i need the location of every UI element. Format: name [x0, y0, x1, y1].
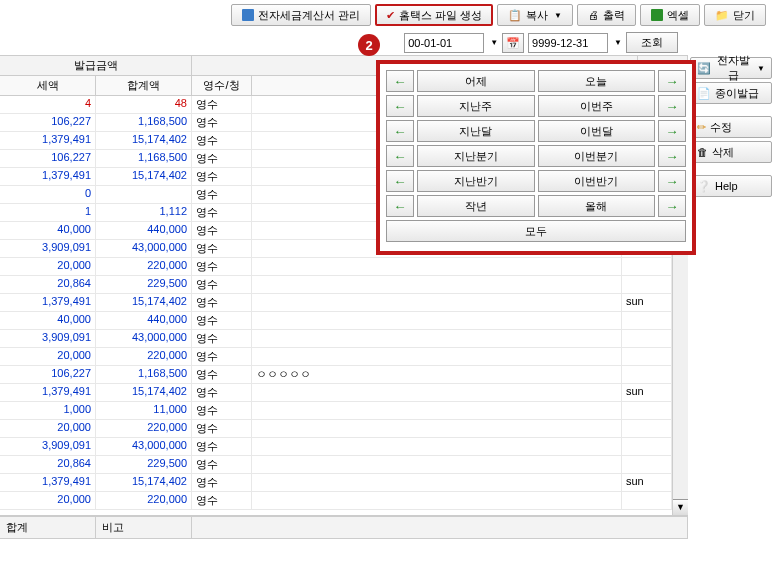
copy-icon: [508, 9, 522, 22]
cell-tax: 0: [0, 186, 96, 203]
thisquarter-button[interactable]: 이번분기: [538, 145, 656, 167]
scrollbar-down[interactable]: ▼: [673, 499, 688, 515]
paper-button[interactable]: 종이발급: [690, 82, 772, 104]
next-quarter-button[interactable]: [658, 145, 686, 167]
chevron-down-icon[interactable]: ▼: [490, 38, 498, 47]
cell-email: [622, 276, 672, 293]
cell-receipt: 영수: [192, 402, 252, 419]
table-row[interactable]: 20,000220,000영수: [0, 258, 688, 276]
prev-half-button[interactable]: [386, 170, 414, 192]
next-half-button[interactable]: [658, 170, 686, 192]
prev-week-button[interactable]: [386, 95, 414, 117]
cell-total: 48: [96, 96, 192, 113]
table-row[interactable]: 20,000220,000영수: [0, 348, 688, 366]
help-label: Help: [715, 180, 738, 192]
copy-button[interactable]: 복사▼: [497, 4, 573, 26]
yesterday-button[interactable]: 어제: [417, 70, 535, 92]
cell-email: sun: [622, 474, 672, 491]
cell-note: [252, 348, 622, 365]
thisyear-button[interactable]: 올해: [538, 195, 656, 217]
table-row[interactable]: 20,864229,500영수: [0, 276, 688, 294]
cell-note: [252, 384, 622, 401]
cell-tax: 20,864: [0, 276, 96, 293]
cell-receipt: 영수: [192, 384, 252, 401]
header-total: 합계액: [96, 76, 192, 95]
cell-note: [252, 492, 622, 509]
lasthalf-button[interactable]: 지난반기: [417, 170, 535, 192]
prev-year-button[interactable]: [386, 195, 414, 217]
thishalf-button[interactable]: 이번반기: [538, 170, 656, 192]
table-row[interactable]: 1,379,49115,174,402영수sun: [0, 474, 688, 492]
today-button[interactable]: 오늘: [538, 70, 656, 92]
date-range-popup: 어제 오늘 지난주 이번주 지난달 이번달 지난분기 이번분기 지난반기 이번반…: [376, 60, 696, 255]
cell-note: [252, 330, 622, 347]
cell-total: 220,000: [96, 492, 192, 509]
table-row[interactable]: 3,909,09143,000,000영수: [0, 438, 688, 456]
table-row[interactable]: 1,00011,000영수: [0, 402, 688, 420]
cell-receipt: 영수: [192, 420, 252, 437]
date-from-input[interactable]: [404, 33, 484, 53]
cell-total: 229,500: [96, 276, 192, 293]
table-row[interactable]: 3,909,09143,000,000영수: [0, 330, 688, 348]
einvoice-button[interactable]: 전자발급▼: [690, 57, 772, 79]
check-icon: [386, 9, 395, 22]
table-row[interactable]: 106,2271,168,500영수ㅇㅇㅇㅇㅇ: [0, 366, 688, 384]
hometax-button[interactable]: 홈택스 파일 생성: [375, 4, 493, 26]
cell-tax: 1,379,491: [0, 132, 96, 149]
cell-total: 1,168,500: [96, 150, 192, 167]
copy-label: 복사: [526, 8, 548, 23]
excel-button[interactable]: 엑셀: [640, 4, 700, 26]
next-year-button[interactable]: [658, 195, 686, 217]
print-button[interactable]: 출력: [577, 4, 636, 26]
delete-button[interactable]: 삭제: [690, 141, 772, 163]
cell-tax: 20,000: [0, 258, 96, 275]
prev-quarter-button[interactable]: [386, 145, 414, 167]
lastweek-button[interactable]: 지난주: [417, 95, 535, 117]
cell-note: [252, 402, 622, 419]
close-button[interactable]: 닫기: [704, 4, 766, 26]
cell-email: [622, 312, 672, 329]
cell-tax: 3,909,091: [0, 330, 96, 347]
cell-tax: 1,379,491: [0, 474, 96, 491]
thismonth-button[interactable]: 이번달: [538, 120, 656, 142]
annotation-marker-2: 2: [358, 34, 380, 56]
cell-tax: 3,909,091: [0, 240, 96, 257]
cell-total: 1,112: [96, 204, 192, 221]
edit-icon: [697, 121, 706, 134]
manage-button[interactable]: 전자세금계산서 관리: [231, 4, 371, 26]
cell-note: [252, 258, 622, 275]
prev-month-button[interactable]: [386, 120, 414, 142]
next-week-button[interactable]: [658, 95, 686, 117]
header-amount: 발급금액: [0, 56, 192, 75]
lastquarter-button[interactable]: 지난분기: [417, 145, 535, 167]
next-month-button[interactable]: [658, 120, 686, 142]
cell-tax: 4: [0, 96, 96, 113]
calendar-button[interactable]: [502, 33, 524, 53]
table-row[interactable]: 1,379,49115,174,402영수sun: [0, 384, 688, 402]
table-row[interactable]: 20,000220,000영수: [0, 420, 688, 438]
all-period-button[interactable]: 모두: [386, 220, 686, 242]
date-to-input[interactable]: [528, 33, 608, 53]
table-row[interactable]: 20,000220,000영수: [0, 492, 688, 510]
lastyear-button[interactable]: 작년: [417, 195, 535, 217]
cell-email: [622, 348, 672, 365]
cell-receipt: 영수: [192, 114, 252, 131]
cell-total: 229,500: [96, 456, 192, 473]
cell-tax: 1,379,491: [0, 384, 96, 401]
cell-receipt: 영수: [192, 294, 252, 311]
chevron-down-icon[interactable]: ▼: [614, 38, 622, 47]
cell-total: 15,174,402: [96, 294, 192, 311]
table-row[interactable]: 1,379,49115,174,402영수sun: [0, 294, 688, 312]
cell-total: 220,000: [96, 258, 192, 275]
thisweek-button[interactable]: 이번주: [538, 95, 656, 117]
prev-day-button[interactable]: [386, 70, 414, 92]
next-day-button[interactable]: [658, 70, 686, 92]
edit-button[interactable]: 수정: [690, 116, 772, 138]
chevron-down-icon: ▼: [757, 64, 765, 73]
lastmonth-button[interactable]: 지난달: [417, 120, 535, 142]
cell-tax: 1,379,491: [0, 168, 96, 185]
table-row[interactable]: 20,864229,500영수: [0, 456, 688, 474]
help-button[interactable]: Help: [690, 175, 772, 197]
table-row[interactable]: 40,000440,000영수: [0, 312, 688, 330]
search-button[interactable]: 조회: [626, 32, 678, 53]
